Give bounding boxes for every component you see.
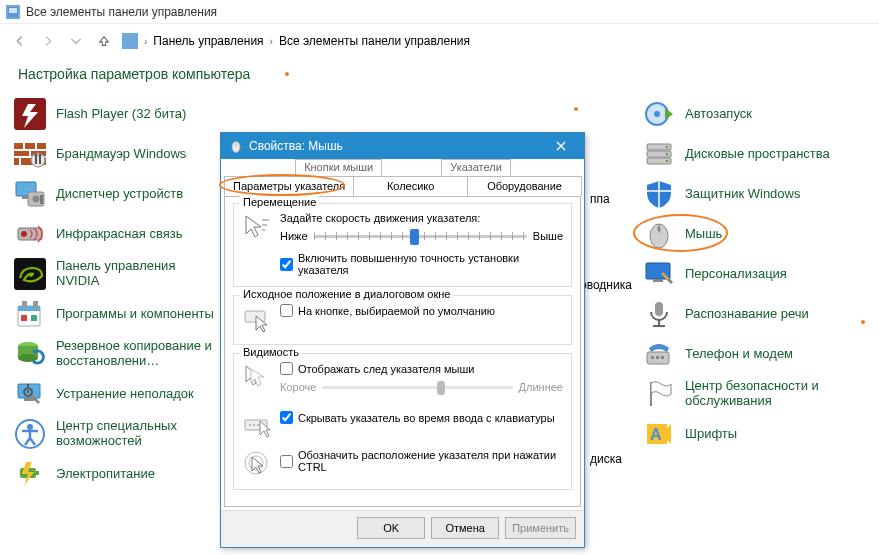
svg-rect-39	[36, 471, 39, 475]
tab-wheel[interactable]: Колесико	[353, 176, 468, 196]
snap-to-checkbox[interactable]: На кнопке, выбираемой по умолчанию	[280, 304, 563, 317]
backup-icon	[14, 338, 46, 370]
apply-button[interactable]: Применить	[505, 517, 576, 539]
cp-item-backup[interactable]: Резервное копирование и восстановлени…	[10, 334, 220, 374]
phone-modem-icon	[643, 338, 675, 370]
cp-item-infrared[interactable]: Инфракрасная связь	[10, 214, 220, 254]
svg-rect-58	[655, 302, 663, 316]
back-button[interactable]	[10, 31, 30, 51]
personalization-icon	[643, 258, 675, 290]
mouse-properties-dialog: Свойства: Мышь Кнопки мыши Указатели Пар…	[220, 132, 585, 548]
window-title: Все элементы панели управления	[26, 5, 217, 19]
svg-point-37	[27, 424, 33, 430]
enhance-precision-checkbox[interactable]: Включить повышенную точность установки у…	[280, 252, 563, 276]
group-snap-to: Исходное положение в диалоговом окне На …	[233, 295, 572, 345]
svg-rect-63	[656, 356, 659, 359]
group-title: Исходное положение в диалоговом окне	[240, 288, 453, 300]
dialog-titlebar[interactable]: Свойства: Мышь	[221, 133, 584, 159]
snap-to-icon	[242, 304, 272, 334]
tab-hardware[interactable]: Оборудование	[467, 176, 582, 196]
power-icon	[14, 458, 46, 490]
group-movement: Перемещение Задайте скорость движения ук…	[233, 203, 572, 287]
up-button[interactable]	[94, 31, 114, 51]
show-trail-checkbox[interactable]: Отображать след указателя мыши	[280, 362, 563, 375]
pointer-trail-icon	[242, 362, 272, 392]
cp-item-troubleshoot[interactable]: Устранение неполадок	[10, 374, 220, 414]
breadcrumb-level-1[interactable]: Панель управления	[153, 34, 263, 48]
items-column-1: Flash Player (32 бита) Брандмауэр Window…	[10, 94, 220, 494]
cp-item-fonts[interactable]: AШрифты	[639, 414, 869, 454]
items-column-3: Автозапуск Дисковые пространства Защитни…	[639, 94, 869, 494]
cp-item-autoplay[interactable]: Автозапуск	[639, 94, 869, 134]
svg-point-33	[18, 354, 38, 362]
cp-item-security-maintenance[interactable]: Центр безопасности и обслуживания	[639, 374, 869, 414]
cp-item-device-manager[interactable]: Диспетчер устройств	[10, 174, 220, 214]
speed-slider[interactable]	[314, 226, 527, 246]
cp-item-personalization[interactable]: Персонализация	[639, 254, 869, 294]
cancel-button[interactable]: Отмена	[431, 517, 499, 539]
svg-rect-28	[33, 301, 38, 308]
ok-button[interactable]: OK	[357, 517, 425, 539]
breadcrumb-level-2[interactable]: Все элементы панели управления	[279, 34, 470, 48]
mouse-icon	[229, 139, 243, 153]
dialog-title: Свойства: Мышь	[249, 139, 343, 153]
cp-item-power[interactable]: Электропитание	[10, 454, 220, 494]
svg-point-24	[29, 273, 33, 277]
forward-button[interactable]	[38, 31, 58, 51]
svg-point-51	[666, 160, 669, 163]
svg-rect-1	[9, 8, 17, 13]
group-visibility: Видимость Отображать след указателя мыши…	[233, 353, 572, 490]
control-panel-icon	[6, 5, 20, 19]
cp-item-speech[interactable]: Распознавание речи	[639, 294, 869, 334]
breadcrumb-icon	[122, 33, 138, 49]
ctrl-locate-checkbox[interactable]: Обозначить расположение указателя при на…	[280, 449, 563, 473]
device-manager-icon	[14, 178, 46, 210]
pointer-speed-icon	[242, 212, 272, 242]
cp-item-nvidia[interactable]: Панель управления NVIDIA	[10, 254, 220, 294]
cp-item-phone-modem[interactable]: Телефон и модем	[639, 334, 869, 374]
svg-rect-27	[22, 301, 27, 308]
svg-point-45	[654, 111, 660, 117]
close-button[interactable]	[546, 136, 576, 156]
cp-item-accessibility[interactable]: Центр специальных возможностей	[10, 414, 220, 454]
cp-item-programs[interactable]: Программы и компоненты	[10, 294, 220, 334]
recent-dropdown[interactable]	[66, 31, 86, 51]
breadcrumb[interactable]: › Панель управления › Все элементы панел…	[122, 33, 470, 49]
window-titlebar: Все элементы панели управления	[0, 0, 879, 24]
tab-pointer-options[interactable]: Параметры указателя	[224, 176, 354, 196]
slider-low-label: Ниже	[280, 230, 308, 242]
cp-item-defender[interactable]: Защитник Windows	[639, 174, 869, 214]
cp-item-mouse[interactable]: Мышь	[639, 214, 869, 254]
infrared-icon	[14, 218, 46, 250]
tabs-row-bottom: Параметры указателя Колесико Оборудовани…	[224, 176, 581, 196]
svg-rect-29	[21, 315, 27, 321]
cp-item-groups-partial: ппа	[590, 192, 610, 206]
tabs-row-top: Кнопки мыши Указатели	[224, 159, 581, 176]
dialog-button-row: OK Отмена Применить	[221, 510, 584, 547]
mouse-icon	[643, 218, 675, 250]
artifact-dot	[285, 72, 289, 76]
firewall-icon	[14, 138, 46, 170]
svg-rect-62	[651, 356, 654, 359]
svg-rect-57	[653, 279, 663, 282]
tab-pointers[interactable]: Указатели	[441, 159, 511, 176]
group-title: Видимость	[240, 346, 302, 358]
tab-buttons[interactable]: Кнопки мыши	[295, 159, 382, 176]
svg-rect-64	[661, 356, 664, 359]
svg-point-11	[31, 153, 45, 167]
svg-rect-12	[35, 156, 37, 164]
defender-icon	[643, 178, 675, 210]
hide-while-typing-checkbox[interactable]: Скрывать указатель во время ввода с клав…	[280, 411, 563, 424]
cp-item-firewall[interactable]: Брандмауэр Windows	[10, 134, 220, 174]
slider-high-label: Выше	[533, 230, 563, 242]
svg-point-50	[666, 153, 669, 156]
svg-point-49	[666, 146, 669, 149]
accessibility-icon	[14, 418, 46, 450]
svg-point-14	[35, 154, 38, 157]
page-heading: Настройка параметров компьютера	[0, 58, 879, 94]
cp-item-flash[interactable]: Flash Player (32 бита)	[10, 94, 220, 134]
flash-icon	[14, 98, 46, 130]
cp-item-storage-spaces[interactable]: Дисковые пространства	[639, 134, 869, 174]
hide-pointer-icon	[242, 411, 272, 441]
chevron-right-icon: ›	[270, 36, 273, 47]
